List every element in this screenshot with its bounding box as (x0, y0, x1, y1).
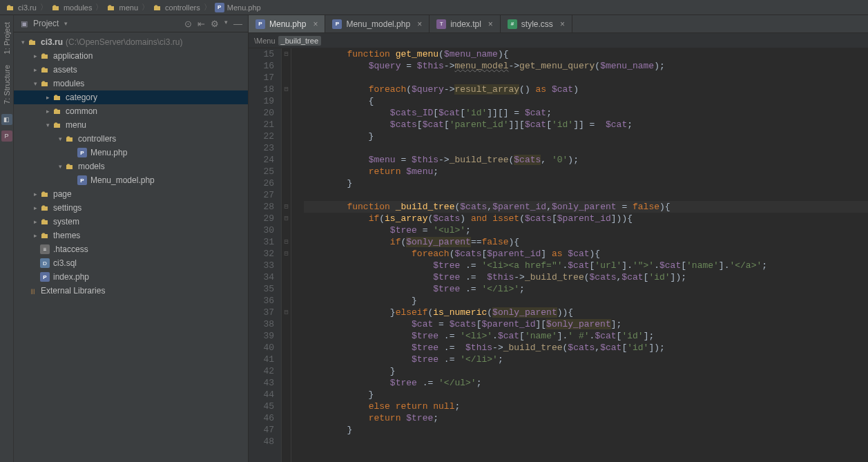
project-tree[interactable]: ▾ci3.ru(C:\OpenServer\domains\ci3.ru)▸ap… (14, 32, 248, 462)
nav-class[interactable]: \Menu (254, 37, 276, 45)
tree-arrow-icon[interactable]: ▸ (30, 218, 40, 225)
navigation-bar[interactable]: \Menu _build_tree (249, 33, 868, 48)
tree-row[interactable]: Menu_model.php (14, 173, 248, 187)
tree-label: .htaccess (53, 244, 88, 254)
nav-method[interactable]: _build_tree (278, 36, 321, 46)
code-line[interactable]: foreach($query->result_array() as $cat) (304, 84, 868, 95)
code-line[interactable]: $tree .= '</ul>'; (304, 377, 868, 389)
tree-row[interactable]: External Libraries (14, 284, 248, 298)
code-line[interactable] (304, 142, 868, 154)
tree-arrow-icon[interactable]: ▸ (30, 52, 40, 59)
code-line[interactable]: function get_menu($menu_name){ (304, 48, 868, 60)
code-line[interactable]: $tree = '<ul>'; (304, 224, 868, 236)
tree-arrow-icon[interactable]: ▸ (30, 66, 40, 73)
code-line[interactable]: $cats[$cat['parent_id']][$cat['id']] = $… (304, 119, 868, 131)
code-line[interactable] (304, 72, 868, 84)
code-line[interactable]: } (304, 424, 868, 436)
collapse-icon[interactable]: ⇤ (197, 19, 205, 29)
gear-dropdown-icon[interactable]: ▾ (224, 19, 228, 29)
editor-tab[interactable]: style.css× (501, 15, 572, 32)
code-content[interactable]: function get_menu($menu_name){ $query = … (291, 48, 868, 462)
tree-arrow-icon[interactable]: ▾ (55, 163, 65, 170)
code-editor[interactable]: 1516171819202122232425262728293031323334… (249, 48, 868, 462)
code-line[interactable]: $menu = $this->_build_tree($cats, '0'); (304, 154, 868, 166)
code-line[interactable]: } (304, 177, 868, 189)
code-line[interactable]: } (304, 131, 868, 142)
breadcrumb-item[interactable]: ci3.ru (3, 3, 39, 12)
breadcrumb-item[interactable]: controllers (150, 3, 203, 12)
tool-icon-1[interactable]: ◧ (1, 114, 12, 125)
tree-row[interactable]: ▾ci3.ru(C:\OpenServer\domains\ci3.ru) (14, 35, 248, 49)
code-line[interactable]: foreach($cats[$parent_id] as $cat){ (304, 248, 868, 260)
fold-gutter[interactable]: ⊟⊟⊟⊟⊟⊟⊟ (282, 48, 291, 462)
code-line[interactable]: else return null; (304, 401, 868, 412)
locate-icon[interactable]: ⊙ (184, 19, 192, 29)
code-line[interactable] (304, 436, 868, 447)
code-line[interactable]: } (304, 365, 868, 377)
breadcrumb-item[interactable]: modules (48, 3, 95, 12)
close-icon[interactable]: × (560, 19, 565, 29)
tool-icon-2[interactable]: P (1, 131, 12, 142)
tree-row[interactable]: .htaccess (14, 242, 248, 256)
tool-window-structure[interactable]: 7: Structure (1, 61, 12, 108)
code-line[interactable]: { (304, 95, 868, 107)
code-line[interactable]: if($only_parent==false){ (304, 236, 868, 248)
editor-tab[interactable]: index.tpl× (430, 15, 501, 32)
code-line[interactable]: return $menu; (304, 166, 868, 177)
tree-row[interactable]: ▸assets (14, 63, 248, 77)
tree-row[interactable]: Menu.php (14, 146, 248, 160)
tree-row[interactable]: ▾modules (14, 77, 248, 90)
code-line[interactable]: $tree .= '</li>'; (304, 283, 868, 295)
tree-row[interactable]: ▸application (14, 49, 248, 63)
code-line[interactable]: $tree .= $this->_build_tree($cats,$cat['… (304, 271, 868, 283)
tree-label: category (66, 93, 97, 102)
tree-row[interactable]: index.php (14, 270, 248, 284)
breadcrumb-item[interactable]: Menu.php (212, 3, 264, 12)
code-line[interactable]: $query = $this->menu_model->get_menu_que… (304, 60, 868, 72)
tree-row[interactable]: ▾menu (14, 118, 248, 132)
code-line[interactable]: $tree .= '<li>'.$cat['name'].' #'.$cat['… (304, 330, 868, 342)
tree-label: modules (53, 79, 84, 88)
tree-arrow-icon[interactable]: ▾ (43, 122, 52, 128)
code-line[interactable]: if(is_array($cats) and isset($cats[$pare… (304, 213, 868, 224)
code-line[interactable]: $tree .= '</li>'; (304, 354, 868, 365)
hide-icon[interactable]: — (233, 19, 242, 29)
folder-icon (40, 51, 50, 61)
editor-tab[interactable]: Menu_model.php× (325, 15, 430, 32)
tree-row[interactable]: ▾models (14, 160, 248, 173)
dropdown-icon[interactable]: ▾ (64, 20, 68, 27)
gear-icon[interactable]: ⚙ (211, 19, 219, 29)
tool-window-project[interactable]: 1: Project (1, 18, 12, 58)
code-line[interactable]: } (304, 295, 868, 307)
tree-arrow-icon[interactable]: ▾ (18, 39, 28, 46)
tree-arrow-icon[interactable]: ▾ (55, 135, 65, 142)
tree-row[interactable]: ▸system (14, 215, 248, 229)
tree-row[interactable]: ▸category (14, 90, 248, 104)
code-line[interactable]: function _build_tree($cats,$parent_id,$o… (304, 201, 868, 213)
tree-row[interactable]: ▸page (14, 187, 248, 201)
code-line[interactable] (304, 189, 868, 201)
tree-arrow-icon[interactable]: ▸ (30, 232, 40, 239)
code-line[interactable]: $tree .= '<li><a href="'.$cat['url'].'">… (304, 260, 868, 271)
tree-arrow-icon[interactable]: ▾ (30, 80, 40, 87)
tree-row[interactable]: ▸themes (14, 229, 248, 242)
close-icon[interactable]: × (488, 19, 493, 29)
code-line[interactable]: return $tree; (304, 412, 868, 424)
tree-row[interactable]: ▸settings (14, 201, 248, 215)
tree-arrow-icon[interactable]: ▸ (30, 191, 40, 198)
tree-row[interactable]: ▸common (14, 104, 248, 118)
breadcrumb-item[interactable]: menu (104, 3, 141, 12)
code-line[interactable]: $cats_ID[$cat['id']][] = $cat; (304, 107, 868, 119)
tree-arrow-icon[interactable]: ▸ (43, 108, 52, 115)
tree-arrow-icon[interactable]: ▸ (30, 204, 40, 211)
tree-row[interactable]: ▾controllers (14, 132, 248, 146)
code-line[interactable]: $cat = $cats[$parent_id][$only_parent]; (304, 318, 868, 330)
code-line[interactable]: $tree .= $this->_build_tree($cats,$cat['… (304, 342, 868, 354)
code-line[interactable]: }elseif(is_numeric($only_parent)){ (304, 307, 868, 318)
editor-tab[interactable]: Menu.php× (249, 15, 325, 32)
code-line[interactable]: } (304, 389, 868, 401)
close-icon[interactable]: × (417, 19, 422, 29)
close-icon[interactable]: × (313, 19, 318, 29)
tree-arrow-icon[interactable]: ▸ (43, 94, 52, 101)
tree-row[interactable]: ci3.sql (14, 256, 248, 270)
